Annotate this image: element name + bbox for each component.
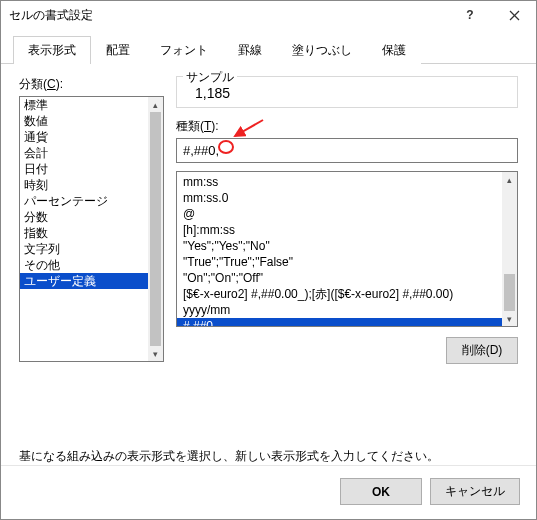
category-label: 分類(C): bbox=[19, 76, 164, 93]
dialog-footer: OK キャンセル bbox=[1, 465, 536, 519]
category-item[interactable]: 数値 bbox=[20, 113, 148, 129]
cancel-button[interactable]: キャンセル bbox=[430, 478, 520, 505]
tabs: 表示形式 配置 フォント 罫線 塗りつぶし 保護 bbox=[1, 29, 536, 64]
svg-text:?: ? bbox=[466, 9, 473, 21]
category-item[interactable]: 通貨 bbox=[20, 129, 148, 145]
tab-alignment[interactable]: 配置 bbox=[91, 36, 145, 64]
category-item[interactable]: 時刻 bbox=[20, 177, 148, 193]
help-icon: ? bbox=[464, 9, 476, 21]
dialog-title: セルの書式設定 bbox=[9, 7, 448, 24]
format-item[interactable]: [h]:mm:ss bbox=[177, 222, 502, 238]
category-item[interactable]: 分数 bbox=[20, 209, 148, 225]
scroll-track[interactable] bbox=[502, 187, 517, 311]
tab-font[interactable]: フォント bbox=[145, 36, 223, 64]
format-item[interactable]: "On";"On";"Off" bbox=[177, 270, 502, 286]
titlebar: セルの書式設定 ? bbox=[1, 1, 536, 29]
delete-row: 削除(D) bbox=[176, 337, 518, 364]
category-item[interactable]: 会計 bbox=[20, 145, 148, 161]
format-scrollbar[interactable]: ▴ ▾ bbox=[502, 172, 517, 326]
delete-button[interactable]: 削除(D) bbox=[446, 337, 518, 364]
category-item[interactable]: 日付 bbox=[20, 161, 148, 177]
scroll-track[interactable] bbox=[148, 112, 163, 346]
tab-fill[interactable]: 塗りつぶし bbox=[277, 36, 367, 64]
sample-label: サンプル bbox=[183, 69, 237, 86]
sample-box: サンプル 1,185 bbox=[176, 76, 518, 108]
scroll-up-icon[interactable]: ▴ bbox=[502, 172, 517, 187]
category-listbox[interactable]: 標準 数値 通貨 会計 日付 時刻 パーセンテージ 分数 指数 文字列 その他 … bbox=[19, 96, 164, 362]
format-item[interactable]: yyyy/mm bbox=[177, 302, 502, 318]
format-item[interactable]: @ bbox=[177, 206, 502, 222]
tab-protection[interactable]: 保護 bbox=[367, 36, 421, 64]
scroll-thumb[interactable] bbox=[504, 274, 515, 311]
format-cells-dialog: セルの書式設定 ? 表示形式 配置 フォント 罫線 塗りつぶし 保護 分類(C)… bbox=[0, 0, 537, 520]
category-listbox-inner: 標準 数値 通貨 会計 日付 時刻 パーセンテージ 分数 指数 文字列 その他 … bbox=[20, 97, 148, 361]
category-column: 分類(C): 標準 数値 通貨 会計 日付 時刻 パーセンテージ 分数 指数 文… bbox=[19, 76, 164, 434]
format-item[interactable]: "Yes";"Yes";"No" bbox=[177, 238, 502, 254]
format-item[interactable]: #,##0, bbox=[177, 318, 502, 326]
format-item[interactable]: [$€-x-euro2] #,##0.00_);[赤]([$€-x-euro2]… bbox=[177, 286, 502, 302]
type-label: 種類(T): bbox=[176, 118, 518, 135]
category-item[interactable]: パーセンテージ bbox=[20, 193, 148, 209]
category-item[interactable]: 指数 bbox=[20, 225, 148, 241]
format-item[interactable]: mm:ss.0 bbox=[177, 190, 502, 206]
category-item[interactable]: 標準 bbox=[20, 97, 148, 113]
format-item[interactable]: mm:ss bbox=[177, 174, 502, 190]
tab-number-format[interactable]: 表示形式 bbox=[13, 36, 91, 64]
category-item[interactable]: その他 bbox=[20, 257, 148, 273]
tab-content: 分類(C): 標準 数値 通貨 会計 日付 時刻 パーセンテージ 分数 指数 文… bbox=[1, 64, 536, 434]
hint-text: 基になる組み込みの表示形式を選択し、新しい表示形式を入力してください。 bbox=[1, 434, 536, 465]
help-button[interactable]: ? bbox=[448, 1, 492, 29]
category-item[interactable]: 文字列 bbox=[20, 241, 148, 257]
scroll-down-icon[interactable]: ▾ bbox=[502, 311, 517, 326]
scroll-thumb[interactable] bbox=[150, 112, 161, 346]
right-column: サンプル 1,185 種類(T): bbox=[176, 76, 518, 434]
scroll-down-icon[interactable]: ▾ bbox=[148, 346, 163, 361]
close-icon bbox=[509, 10, 520, 21]
format-item[interactable]: "True";"True";"False" bbox=[177, 254, 502, 270]
format-listbox-inner: mm:ss mm:ss.0 @ [h]:mm:ss "Yes";"Yes";"N… bbox=[177, 172, 502, 326]
tab-border[interactable]: 罫線 bbox=[223, 36, 277, 64]
category-scrollbar[interactable]: ▴ ▾ bbox=[148, 97, 163, 361]
ok-button[interactable]: OK bbox=[340, 478, 422, 505]
scroll-up-icon[interactable]: ▴ bbox=[148, 97, 163, 112]
category-item[interactable]: ユーザー定義 bbox=[20, 273, 148, 289]
close-button[interactable] bbox=[492, 1, 536, 29]
format-listbox[interactable]: mm:ss mm:ss.0 @ [h]:mm:ss "Yes";"Yes";"N… bbox=[176, 171, 518, 327]
type-input[interactable] bbox=[176, 138, 518, 163]
